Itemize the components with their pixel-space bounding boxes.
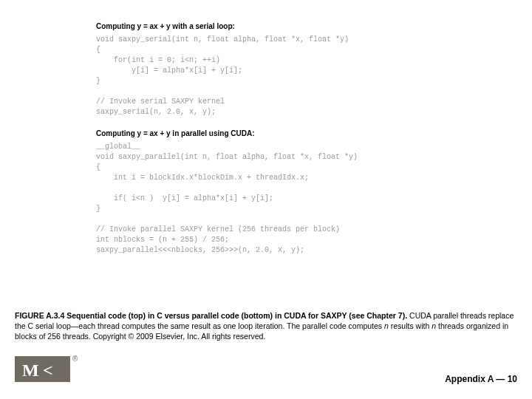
page-footer: Appendix A — 10 xyxy=(445,374,517,384)
code-area: Computing y = ax + y with a serial loop:… xyxy=(96,22,502,256)
svg-text:<: < xyxy=(43,361,53,380)
caption-title: FIGURE A.3.4 Sequential code (top) in C … xyxy=(15,311,407,320)
serial-code-block: void saxpy_serial(int n, float alpha, fl… xyxy=(96,35,502,117)
svg-text:®: ® xyxy=(72,355,78,363)
parallel-code-block: __global__ void saxpy_parallel(int n, fl… xyxy=(96,142,502,256)
caption-body-mid: results with xyxy=(389,321,432,330)
publisher-logo: M < ® xyxy=(15,352,85,386)
figure-caption: FIGURE A.3.4 Sequential code (top) in C … xyxy=(15,310,517,342)
parallel-section-title: Computing y = ax + y in parallel using C… xyxy=(96,129,502,137)
slide-page: Computing y = ax + y with a serial loop:… xyxy=(0,0,532,399)
serial-section-title: Computing y = ax + y with a serial loop: xyxy=(96,22,502,30)
svg-text:M: M xyxy=(22,361,39,380)
mk-logo-icon: M < ® xyxy=(15,352,85,386)
